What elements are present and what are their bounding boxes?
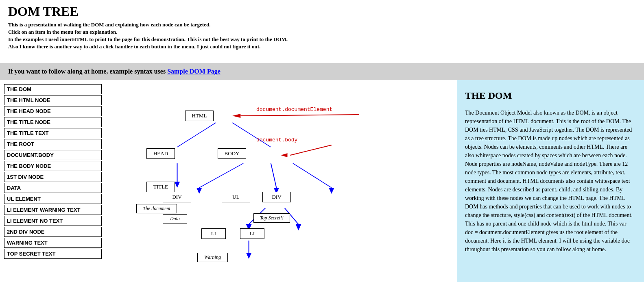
menu-item-the-body-node[interactable]: THE BODY NODE bbox=[4, 161, 102, 171]
document-element-annotation: document.documentElement bbox=[256, 106, 332, 113]
html-node: HTML bbox=[185, 111, 214, 121]
svg-line-6 bbox=[271, 163, 277, 188]
li1-node: LI bbox=[201, 228, 226, 239]
svg-marker-3 bbox=[175, 182, 180, 188]
svg-line-18 bbox=[290, 145, 332, 155]
top-secret-node: Top Secret!! bbox=[253, 213, 290, 223]
menu-item-the-dom[interactable]: THE DOM bbox=[4, 84, 102, 94]
sample-dom-page-link[interactable]: Sample DOM Page bbox=[167, 68, 220, 75]
svg-line-0 bbox=[177, 123, 216, 147]
svg-marker-5 bbox=[196, 188, 202, 194]
warning-node: Warning bbox=[197, 253, 228, 262]
header-line1: This is a presentation of walking the DO… bbox=[8, 22, 636, 28]
svg-marker-9 bbox=[329, 188, 334, 194]
menu-item-the-title-node[interactable]: THE TITLE NODE bbox=[4, 117, 102, 127]
svg-marker-19 bbox=[281, 153, 287, 157]
menu-item-ul-element[interactable]: UL ELEMENT bbox=[4, 194, 102, 204]
menu-item-li-element-warning-text[interactable]: LI ELEMENT WARNING TEXT bbox=[4, 205, 102, 215]
menu-item-the-title-text[interactable]: THE TITLE TEXT bbox=[4, 128, 102, 138]
div2-node: DIV bbox=[262, 192, 291, 202]
menu-item-top-secret-text[interactable]: TOP SECRET TEXT bbox=[4, 249, 102, 259]
sidebar: THE DOMTHE HTML NODETHE HEAD NODETHE TIT… bbox=[0, 80, 118, 282]
menu-item-data[interactable]: DATA bbox=[4, 183, 102, 193]
menu-item-warning-text[interactable]: WARNING TEXT bbox=[4, 238, 102, 248]
menu-item-the-root[interactable]: THE ROOT bbox=[4, 139, 102, 149]
li2-node: LI bbox=[240, 228, 264, 239]
svg-marker-17 bbox=[232, 114, 240, 118]
tree-diagram: HTML HEAD BODY TITLE The document bbox=[122, 84, 453, 271]
info-panel: THE DOM The Document Object Model also k… bbox=[457, 80, 644, 282]
the-document-node: The document bbox=[136, 204, 177, 213]
menu-item-documentbody[interactable]: DOCUMENT.BODY bbox=[4, 150, 102, 160]
menu-item-li-element-no-text[interactable]: LI ELEMENT NO TEXT bbox=[4, 216, 102, 226]
header-line2: Click on an item in the menu for an expl… bbox=[8, 29, 636, 35]
svg-line-1 bbox=[232, 123, 271, 147]
ul-node: UL bbox=[222, 192, 250, 202]
main-content: THE DOMTHE HTML NODETHE HEAD NODETHE TIT… bbox=[0, 80, 644, 282]
header-line4: Also I know there is another way to add … bbox=[8, 43, 636, 50]
info-panel-content: The Document Object Model also known as … bbox=[465, 108, 636, 254]
svg-marker-13 bbox=[296, 224, 301, 230]
head-node: HEAD bbox=[146, 148, 175, 159]
menu-item-2nd-div-node[interactable]: 2ND DIV NODE bbox=[4, 227, 102, 237]
header-section: DOM TREE This is a presentation of walki… bbox=[0, 0, 644, 55]
header-line3: In the examples I used innerHTML to prin… bbox=[8, 36, 636, 43]
tree-area: HTML HEAD BODY TITLE The document bbox=[118, 80, 457, 282]
data-node: Data bbox=[163, 214, 187, 223]
info-panel-title: THE DOM bbox=[465, 88, 636, 103]
div1-node: DIV bbox=[163, 192, 191, 202]
svg-line-16 bbox=[240, 115, 359, 116]
menu-item-the-head-node[interactable]: THE HEAD NODE bbox=[4, 106, 102, 116]
menu-item-the-html-node[interactable]: THE HTML NODE bbox=[4, 95, 102, 105]
svg-line-8 bbox=[293, 163, 332, 188]
title-node: TITLE bbox=[146, 182, 175, 192]
document-body-annotation: document.body bbox=[256, 137, 297, 143]
banner: If you want to follow along at home, exa… bbox=[0, 63, 644, 80]
page-title: DOM TREE bbox=[8, 4, 636, 19]
svg-line-4 bbox=[199, 163, 243, 188]
menu-item-1st-div-node[interactable]: 1ST DIV NODE bbox=[4, 172, 102, 182]
banner-text-before: If you want to follow along at home, exa… bbox=[8, 68, 167, 75]
page-wrapper: DOM TREE This is a presentation of walki… bbox=[0, 0, 644, 282]
body-node: BODY bbox=[218, 148, 246, 159]
svg-marker-15 bbox=[246, 253, 252, 259]
